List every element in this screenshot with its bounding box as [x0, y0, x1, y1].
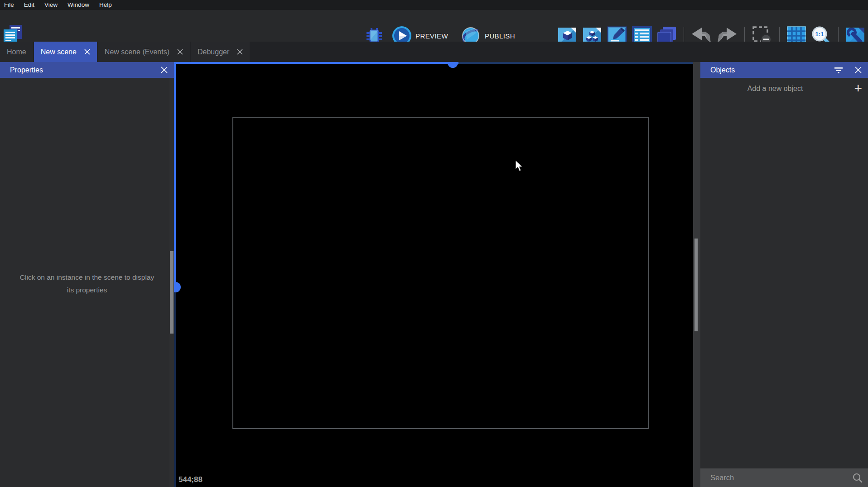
objects-panel-title: Objects — [710, 66, 735, 74]
add-object-label: Add a new object — [700, 79, 850, 99]
properties-panel-title: Properties — [10, 66, 43, 74]
preview-button[interactable]: PREVIEW — [415, 32, 448, 40]
selection-handle-top[interactable] — [448, 62, 458, 68]
selection-guide-left — [174, 62, 176, 288]
main-toolbar: PREVIEW PUBLISH — [0, 10, 868, 42]
menu-view[interactable]: View — [44, 0, 58, 10]
selection-guide-left-dim — [174, 288, 176, 487]
cursor-coordinates: 544;88 — [178, 475, 203, 484]
tab-label: New scene — [41, 48, 77, 56]
tab-new-scene-events[interactable]: New scene (Events) — [98, 42, 190, 62]
add-object-plus-icon[interactable]: + — [854, 79, 862, 99]
publish-button[interactable]: PUBLISH — [485, 32, 515, 40]
filter-icon[interactable] — [834, 67, 843, 74]
objects-panel-header: Objects — [700, 62, 868, 78]
properties-panel: Properties Click on an instance in the s… — [0, 62, 174, 487]
close-tab-icon[interactable] — [237, 49, 243, 55]
scrollbar-thumb[interactable] — [170, 251, 174, 334]
selection-guide-top — [174, 62, 458, 64]
objects-panel: Objects Add a new object + — [700, 62, 868, 487]
menu-file[interactable]: File — [4, 0, 14, 10]
scrollbar-thumb[interactable] — [694, 239, 698, 331]
tab-home[interactable]: Home — [0, 42, 33, 62]
close-panel-icon[interactable] — [161, 67, 168, 73]
search-icon[interactable] — [852, 473, 863, 485]
close-panel-icon[interactable] — [855, 67, 862, 73]
properties-empty-hint: Click on an instance in the scene to dis… — [0, 271, 174, 296]
selection-handle-left[interactable] — [174, 282, 181, 292]
properties-scrollbar[interactable] — [169, 78, 174, 487]
tab-debugger[interactable]: Debugger — [191, 42, 250, 62]
close-tab-icon[interactable] — [177, 49, 183, 55]
add-object-row[interactable]: Add a new object + — [700, 79, 868, 99]
tab-label: New scene (Events) — [105, 48, 169, 56]
menu-edit[interactable]: Edit — [24, 0, 34, 10]
tab-label: Debugger — [198, 48, 229, 56]
editor-tab-bar: Home New scene New scene (Events) Debugg… — [0, 42, 868, 62]
gdevelop-editor-window: File Edit View Window Help — [0, 0, 868, 487]
objects-search-input[interactable] — [700, 468, 868, 487]
selection-guide-top-dim — [458, 62, 693, 64]
properties-panel-header: Properties — [0, 62, 174, 78]
mouse-cursor-icon — [515, 160, 525, 172]
scene-editor-canvas[interactable]: 544;88 — [174, 62, 693, 487]
zoom-ratio-label: 1:1 — [815, 31, 824, 38]
tab-new-scene[interactable]: New scene — [34, 42, 97, 62]
tab-label: Home — [7, 48, 26, 56]
close-tab-icon[interactable] — [84, 49, 90, 55]
canvas-scrollbar[interactable] — [693, 62, 700, 487]
scene-window-frame — [232, 117, 649, 429]
menu-help[interactable]: Help — [99, 0, 112, 10]
menu-window[interactable]: Window — [68, 0, 89, 10]
menu-bar: File Edit View Window Help — [0, 0, 868, 10]
objects-search-bar — [700, 468, 868, 487]
